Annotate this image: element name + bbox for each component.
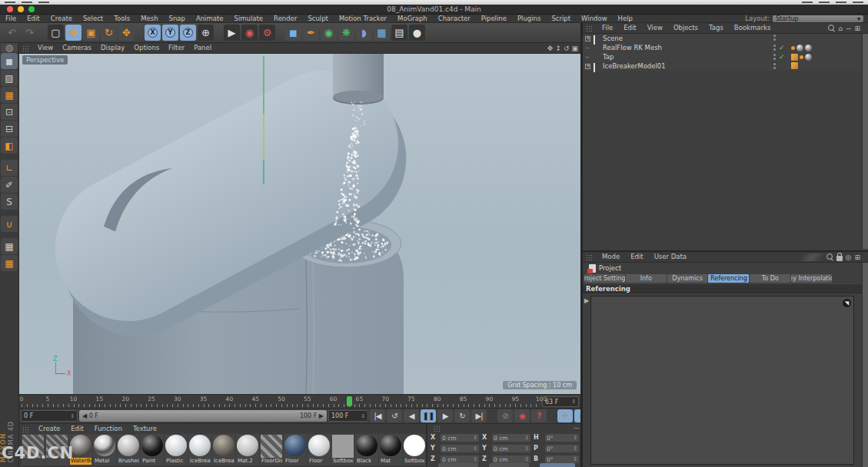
move-tool[interactable]: ✥: [65, 25, 81, 41]
snap-settings-button[interactable]: S: [1, 194, 18, 210]
tab-project-settings[interactable]: Project Settings: [584, 274, 625, 283]
expand-arrow-icon[interactable]: ▶: [584, 297, 589, 304]
coordinate-field[interactable]: 0°↕: [544, 444, 580, 453]
add-camera[interactable]: ▤: [391, 25, 407, 41]
add-spline-pen[interactable]: ✒: [303, 25, 319, 41]
last-used-tool[interactable]: ✥: [118, 25, 135, 41]
phong-tag-icon[interactable]: [791, 62, 798, 69]
material-thumbnail[interactable]: Brushed: [117, 434, 140, 465]
points-mode-button[interactable]: ⊡: [1, 104, 18, 120]
edges-mode-button[interactable]: ⊟: [1, 121, 18, 137]
menu-pipeline[interactable]: Pipeline: [476, 15, 512, 23]
enabled-check-icon[interactable]: ✓: [779, 44, 787, 51]
end-frame-field[interactable]: 100 F ↕: [328, 410, 368, 422]
object-row-tap[interactable]: ─Tap✓: [583, 52, 868, 61]
collapse-panel-icon[interactable]: —: [574, 426, 580, 431]
timeline-ruler[interactable]: 63 F ↕ 051015202530354045505560657075808…: [19, 394, 580, 408]
sphere-tag-icon[interactable]: [805, 45, 812, 51]
object-manager-empty-area[interactable]: [583, 71, 868, 250]
material-thumbnail[interactable]: Mat.2: [236, 434, 259, 465]
sphere-tag-icon[interactable]: [805, 54, 812, 61]
tab-key-interpolation[interactable]: Key Interpolation: [791, 274, 832, 283]
menu-file[interactable]: File: [0, 15, 22, 23]
spinner-icon[interactable]: ↕: [573, 435, 577, 441]
menu-select[interactable]: Select: [78, 15, 108, 23]
phong-tag-icon[interactable]: [791, 54, 798, 61]
spinner-icon[interactable]: ↕: [473, 456, 477, 462]
viewport-menu-cameras[interactable]: Cameras: [58, 44, 96, 52]
menu-tools[interactable]: Tools: [108, 15, 135, 23]
add-primitive-cube[interactable]: ◼: [285, 25, 301, 41]
perspective-viewport[interactable]: Perspective Grid Spacing : 10 cm Z X: [19, 54, 580, 394]
play-backwards-button[interactable]: ↺: [387, 409, 402, 422]
material-menu-edit[interactable]: Edit: [65, 425, 88, 433]
material-menu-function[interactable]: Function: [89, 425, 128, 433]
spinner-icon[interactable]: ↕: [571, 399, 576, 405]
add-deformer[interactable]: ◗: [356, 25, 372, 41]
range-left-arrow-icon[interactable]: ◀: [82, 412, 89, 419]
rotate-tool[interactable]: ↻: [101, 25, 117, 41]
block-icon[interactable]: ◥: [843, 299, 851, 307]
panel-grip-icon[interactable]: [586, 254, 594, 260]
coordinate-field[interactable]: 0 cm↕: [491, 444, 531, 453]
minimize-icon[interactable]: −: [846, 25, 852, 32]
key-position-toggle[interactable]: ✛: [557, 409, 573, 422]
visibility-dots[interactable]: [773, 54, 776, 60]
search-icon[interactable]: [828, 25, 835, 31]
lock-z-axis[interactable]: Z: [180, 25, 196, 41]
coordinate-field[interactable]: 0 cm↕: [440, 433, 480, 442]
panel-grip-icon[interactable]: [22, 45, 30, 51]
material-thumbnail[interactable]: IceBreak: [188, 434, 211, 465]
expand-icon[interactable]: +: [585, 64, 590, 69]
spinner-icon[interactable]: ↕: [524, 435, 529, 441]
spinner-icon[interactable]: ↕: [573, 445, 577, 452]
lock-y-axis[interactable]: Y: [162, 25, 178, 41]
attribute-manager-menu-mode[interactable]: Mode: [597, 253, 625, 261]
material-thumbnail[interactable]: Floor: [284, 434, 307, 465]
material-thumbnail[interactable]: Softbox: [331, 434, 354, 465]
render-picture-viewer-button[interactable]: ◉: [241, 25, 258, 41]
menu-mesh[interactable]: Mesh: [135, 15, 163, 23]
editor-visibility-dot[interactable]: [773, 45, 776, 47]
workplane-button[interactable]: ▦: [1, 255, 18, 271]
visibility-dots[interactable]: [773, 63, 776, 69]
spinner-icon[interactable]: ↕: [524, 456, 529, 462]
workplane-lock-button[interactable]: ▦: [1, 238, 18, 254]
material-thumbnail[interactable]: IceBreak: [212, 434, 235, 465]
lock-x-axis[interactable]: X: [145, 25, 161, 41]
material-thumbnail[interactable]: Black: [355, 434, 378, 465]
redo-button[interactable]: ↷: [22, 25, 38, 41]
material-thumbnail[interactable]: Floor: [308, 434, 331, 465]
record-active-objects-button[interactable]: ◉: [514, 409, 530, 422]
render-visibility-dot[interactable]: [773, 48, 776, 51]
material-thumbnail[interactable]: Mat: [379, 434, 402, 465]
dot-tag-icon[interactable]: [800, 55, 803, 59]
pause-button[interactable]: ❚❚: [421, 409, 436, 422]
enabled-check-icon[interactable]: ✓: [779, 53, 787, 61]
tab-referencing[interactable]: Referencing: [708, 274, 749, 283]
frame-panel-icon[interactable]: ⊞: [854, 253, 860, 261]
enable-snap-button[interactable]: ∪: [1, 216, 18, 232]
menu-render[interactable]: Render: [268, 15, 302, 23]
material-menu-texture[interactable]: Texture: [128, 425, 162, 433]
material-menu-create[interactable]: Create: [33, 425, 65, 433]
add-environment-object[interactable]: ▦: [374, 25, 390, 41]
coordinate-field[interactable]: 0 cm↕: [491, 433, 531, 442]
expand-icon[interactable]: +: [585, 36, 590, 41]
attribute-manager-menu-user-data[interactable]: User Data: [649, 253, 692, 261]
search-icon[interactable]: [826, 253, 833, 260]
menu-script[interactable]: Script: [546, 15, 576, 23]
current-frame-field[interactable]: 63 F ↕: [542, 396, 579, 407]
record-keyframe-button[interactable]: ⊘: [497, 409, 513, 422]
material-thumbnail[interactable]: Metal: [93, 434, 116, 465]
layout-dropdown[interactable]: Startup ▾: [773, 15, 863, 22]
menu-motion-tracker[interactable]: Motion Tracker: [334, 15, 392, 23]
add-generator[interactable]: ◉: [321, 25, 337, 41]
visibility-dots[interactable]: [773, 45, 776, 51]
menu-mograph[interactable]: MoGraph: [392, 15, 433, 23]
material-thumbnail[interactable]: FloorDis: [260, 434, 283, 465]
render-settings-button[interactable]: ⚙: [259, 25, 275, 41]
viewport-menu-options[interactable]: Options: [129, 44, 164, 52]
polygons-mode-button[interactable]: ◧: [1, 137, 18, 154]
spinner-icon[interactable]: ↕: [573, 456, 577, 462]
